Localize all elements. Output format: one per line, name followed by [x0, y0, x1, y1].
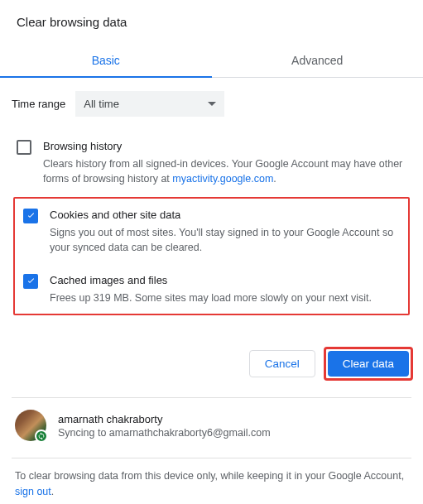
option-title: Cookies and other site data	[50, 207, 400, 223]
tab-basic[interactable]: Basic	[0, 46, 212, 77]
clear-data-button[interactable]: Clear data	[328, 351, 409, 377]
account-sync-status: Syncing to amarnathchakraborty6@gmail.co…	[58, 427, 271, 439]
checkbox-cookies[interactable]	[23, 209, 38, 223]
option-browsing-history: Browsing history Clears history from all…	[8, 130, 415, 195]
footer-buttons: Cancel Clear data	[0, 322, 423, 389]
option-cache: Cached images and files Frees up 319 MB.…	[15, 264, 408, 314]
avatar	[15, 410, 46, 441]
clear-data-highlight: Clear data	[324, 347, 413, 381]
option-desc: Signs you out of most sites. You'll stay…	[50, 225, 400, 257]
option-title: Cached images and files	[50, 272, 400, 289]
tab-advanced[interactable]: Advanced	[212, 46, 424, 77]
sign-out-link[interactable]: sign out	[15, 486, 51, 497]
option-desc: Clears history from all signed-in device…	[43, 156, 406, 188]
time-range-value: All time	[84, 98, 119, 110]
chevron-down-icon	[208, 102, 216, 106]
cancel-button[interactable]: Cancel	[249, 350, 315, 377]
highlighted-options: Cookies and other site data Signs you ou…	[13, 197, 410, 315]
time-range-select[interactable]: All time	[75, 91, 224, 117]
option-desc: Frees up 319 MB. Some sites may load mor…	[50, 290, 400, 306]
dialog-title: Clear browsing data	[0, 0, 423, 29]
account-name: amarnath chakraborty	[58, 413, 271, 425]
checkbox-cache[interactable]	[23, 274, 38, 289]
myactivity-link[interactable]: myactivity.google.com	[172, 173, 273, 185]
signout-note: To clear browsing data from this device …	[0, 458, 423, 504]
sync-icon	[35, 430, 48, 443]
account-row: amarnath chakraborty Syncing to amarnath…	[0, 398, 423, 449]
time-range-row: Time range All time	[0, 78, 423, 125]
time-range-label: Time range	[12, 98, 65, 110]
tabs: Basic Advanced	[0, 46, 423, 78]
options-list: Browsing history Clears history from all…	[0, 125, 423, 322]
checkbox-browsing-history[interactable]	[17, 140, 31, 155]
option-cookies: Cookies and other site data Signs you ou…	[15, 199, 408, 264]
option-title: Browsing history	[43, 138, 406, 155]
